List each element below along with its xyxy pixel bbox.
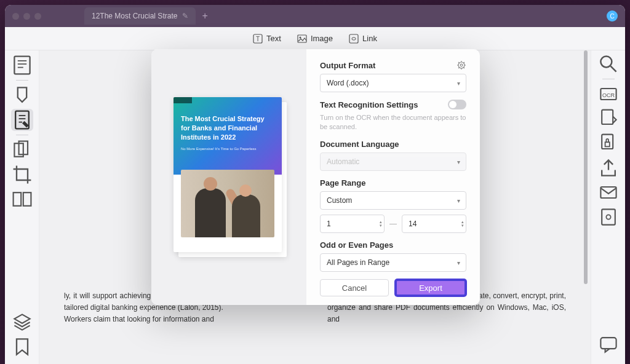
toolbar-text-label: Text	[266, 34, 281, 43]
maximize-dot[interactable]	[34, 13, 41, 20]
svg-rect-24	[600, 338, 616, 349]
output-format-label: Output Format	[320, 61, 375, 70]
output-format-select[interactable]: Word (.docx)	[320, 74, 466, 92]
ocr-label: Text Recognition Settings	[320, 100, 418, 109]
svg-rect-21	[600, 187, 616, 198]
page-range-label: Page Range	[320, 178, 365, 188]
mail-icon[interactable]	[597, 181, 620, 204]
svg-line-15	[610, 66, 616, 72]
layers-icon[interactable]	[11, 311, 33, 333]
text-icon: T	[253, 34, 263, 44]
tab-edit-icon[interactable]: ✎	[182, 12, 188, 20]
svg-rect-13	[23, 192, 31, 206]
language-label: Document Language	[320, 140, 399, 149]
svg-point-23	[606, 215, 610, 219]
toolbar-link-label: Link	[362, 34, 377, 43]
titlebar: 12The Most Crucial Strate ✎ + C	[5, 5, 625, 27]
scrollbar[interactable]	[584, 50, 589, 364]
add-tab-button[interactable]: +	[202, 10, 207, 22]
preview-panel: The Most Crucial Strategy for Banks and …	[151, 49, 306, 305]
edit-icon[interactable]	[11, 109, 33, 131]
preview-subtitle: No More Expensive! It's Time to Go Paper…	[181, 147, 274, 151]
bookmark-icon[interactable]	[11, 336, 33, 358]
svg-rect-12	[13, 192, 21, 206]
svg-point-14	[600, 56, 612, 67]
toolbar-text[interactable]: T Text	[253, 34, 281, 44]
gear-icon[interactable]	[457, 60, 466, 70]
cancel-button[interactable]: Cancel	[320, 279, 389, 296]
compare-icon[interactable]	[11, 188, 33, 210]
page-to-input[interactable]	[402, 215, 466, 233]
toolbar: T Text Image Link	[5, 27, 625, 50]
toolbar-link[interactable]: Link	[349, 34, 377, 44]
link-icon	[349, 34, 359, 44]
page-range-select[interactable]: Custom	[320, 191, 466, 210]
toolbar-image-label: Image	[311, 34, 333, 43]
comment-icon[interactable]	[597, 333, 620, 355]
right-sidebar: OCR	[591, 50, 625, 364]
compress-icon[interactable]	[597, 206, 620, 228]
document-tab[interactable]: 12The Most Crucial Strate ✎	[84, 7, 196, 25]
language-select: Automatic	[320, 152, 466, 171]
window-controls	[12, 13, 41, 20]
page-from-input[interactable]	[320, 215, 385, 233]
scroll-thumb[interactable]	[584, 50, 588, 284]
minimize-dot[interactable]	[23, 13, 30, 20]
svg-point-26	[460, 64, 463, 66]
ocr-hint: Turn on the OCR when the document appear…	[320, 113, 466, 132]
convert-icon[interactable]	[597, 108, 620, 130]
odd-even-select[interactable]: All Pages in Range	[320, 253, 466, 272]
svg-text:T: T	[256, 36, 260, 42]
export-form: Output Format Word (.docx) Text Recognit…	[306, 49, 480, 305]
preview-thumbnail: The Most Crucial Strategy for Banks and …	[173, 97, 282, 252]
svg-rect-22	[602, 209, 615, 224]
ocr-toggle[interactable]	[448, 100, 466, 109]
svg-rect-18	[602, 110, 613, 124]
svg-rect-5	[14, 57, 30, 74]
preview-title: The Most Crucial Strategy for Banks and …	[181, 114, 274, 142]
toolbar-image[interactable]: Image	[297, 34, 333, 44]
stepper-icon[interactable]: ▴▾	[380, 220, 382, 228]
thumbnail-icon[interactable]	[11, 54, 33, 76]
user-avatar[interactable]: C	[607, 10, 618, 22]
image-icon	[297, 34, 307, 44]
highlight-icon[interactable]	[11, 84, 33, 106]
svg-rect-20	[605, 142, 609, 146]
svg-point-3	[299, 36, 301, 38]
lock-icon[interactable]	[597, 132, 620, 154]
export-dialog: The Most Crucial Strategy for Banks and …	[151, 49, 480, 305]
stepper-icon[interactable]: ▴▾	[461, 220, 464, 228]
ocr-icon[interactable]: OCR	[597, 83, 620, 105]
pages-icon[interactable]	[11, 139, 33, 161]
close-dot[interactable]	[12, 13, 19, 20]
tab-title: 12The Most Crucial Strate	[92, 12, 177, 20]
crop-icon[interactable]	[11, 164, 33, 186]
svg-rect-4	[349, 34, 358, 43]
odd-even-label: Odd or Even Pages	[320, 240, 393, 250]
share-icon[interactable]	[597, 157, 620, 179]
svg-text:OCR: OCR	[602, 92, 615, 98]
search-icon[interactable]	[597, 53, 620, 75]
range-separator: —	[389, 220, 397, 228]
left-sidebar	[5, 50, 39, 364]
export-button[interactable]: Export	[395, 279, 466, 296]
